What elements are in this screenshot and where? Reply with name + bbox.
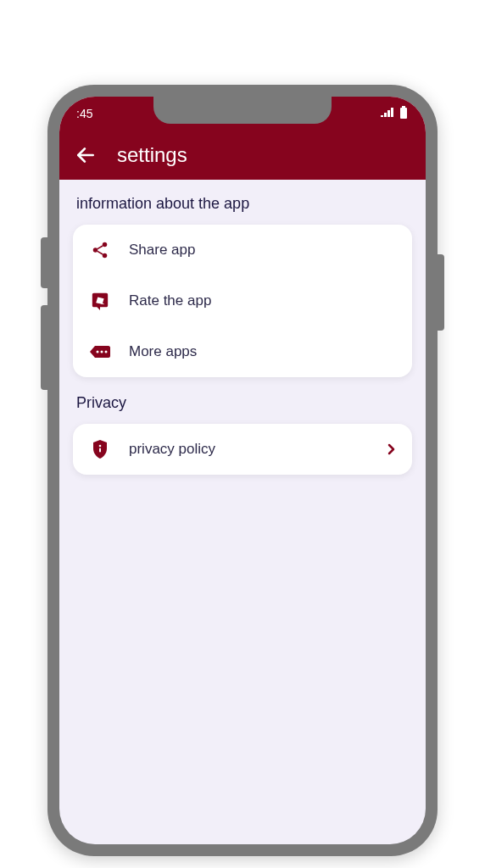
more-apps-item[interactable]: More apps — [73, 326, 412, 377]
section-title-privacy: Privacy — [76, 394, 412, 412]
battery-icon — [399, 106, 409, 122]
share-app-label: Share app — [129, 242, 395, 259]
status-indicators — [380, 106, 409, 122]
arrow-left-icon — [75, 144, 97, 166]
page-title: settings — [117, 143, 187, 167]
share-icon — [90, 240, 110, 260]
share-app-item[interactable]: Share app — [73, 225, 412, 275]
chevron-right-icon — [387, 443, 395, 455]
svg-point-10 — [105, 351, 108, 353]
svg-point-9 — [101, 351, 103, 353]
phone-notch — [153, 97, 332, 124]
app-bar: settings — [59, 131, 426, 180]
svg-point-5 — [103, 253, 108, 259]
shield-icon — [90, 439, 110, 459]
svg-line-7 — [98, 251, 103, 254]
svg-point-4 — [93, 248, 98, 253]
status-time: :45 — [76, 107, 92, 120]
info-card: Share app Rate the app — [73, 225, 412, 377]
privacy-card: privacy policy — [73, 424, 412, 475]
svg-rect-1 — [402, 106, 405, 108]
svg-point-3 — [103, 242, 108, 248]
signal-icon — [380, 107, 395, 121]
more-apps-label: More apps — [129, 343, 395, 360]
section-title-info: information about the app — [76, 195, 412, 213]
svg-point-11 — [99, 445, 102, 448]
svg-line-6 — [98, 246, 103, 249]
privacy-policy-label: privacy policy — [129, 441, 368, 458]
svg-rect-12 — [99, 448, 101, 453]
rate-icon — [90, 291, 110, 311]
phone-screen: :45 — [59, 97, 426, 844]
rate-app-item[interactable]: Rate the app — [73, 275, 412, 326]
phone-power-button — [438, 254, 444, 331]
more-icon — [90, 342, 110, 362]
privacy-policy-item[interactable]: privacy policy — [73, 424, 412, 475]
back-button[interactable] — [75, 144, 97, 166]
rate-app-label: Rate the app — [129, 292, 395, 309]
svg-point-8 — [97, 351, 99, 353]
settings-content: information about the app Share app — [59, 180, 426, 507]
svg-rect-0 — [400, 108, 407, 119]
phone-frame: :45 — [47, 85, 438, 856]
